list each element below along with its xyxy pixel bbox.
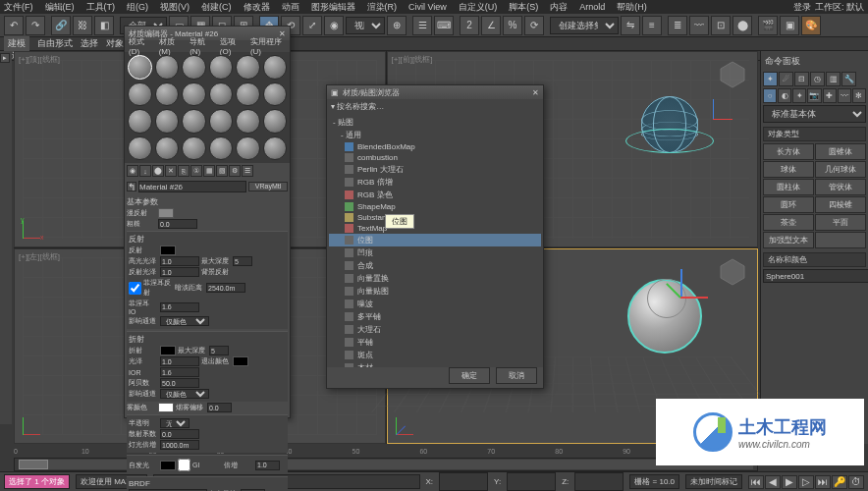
mat-tool-copy[interactable]: ⎘ — [178, 165, 190, 177]
snap-percent-button[interactable]: % — [503, 16, 522, 35]
mat-slot-6[interactable] — [263, 55, 288, 80]
time-thumb[interactable] — [19, 460, 48, 469]
hl-gloss-spinner[interactable] — [160, 256, 199, 266]
depth2-spinner[interactable] — [209, 346, 229, 355]
map-shapemap[interactable]: ShapeMap — [329, 201, 541, 212]
material-name-input[interactable] — [138, 181, 246, 192]
fresnel-ior-spinner[interactable] — [160, 302, 199, 312]
tree-group-maps[interactable]: - 贴图 — [329, 116, 541, 129]
ribbon-modeling[interactable]: 建模 — [4, 36, 29, 51]
prim-sphere[interactable]: 球体 — [763, 161, 814, 178]
undo-button[interactable]: ↶ — [4, 16, 24, 35]
mat-slot-8[interactable] — [155, 82, 180, 107]
menu-graph[interactable]: 图形编辑器 — [311, 1, 355, 14]
map-perlin[interactable]: Perlin 大理石 — [329, 163, 541, 176]
exit-swatch[interactable] — [233, 356, 248, 366]
mat-slot-3[interactable] — [182, 55, 206, 80]
key-mode-button[interactable]: 🔑 — [832, 475, 847, 489]
refract-swatch[interactable] — [160, 346, 176, 355]
subtab-helpers[interactable]: ✚ — [823, 88, 837, 103]
matmenu-opt[interactable]: 选项(O) — [220, 36, 243, 56]
matmenu-nav[interactable]: 导航(N) — [190, 36, 212, 56]
workspace-dropdown[interactable]: 工作区: 默认 — [815, 1, 864, 14]
browser-titlebar[interactable]: ▣ 材质/贴图浏览器 ✕ — [327, 85, 543, 99]
material-type-button[interactable]: VRayMtl — [248, 182, 288, 191]
browser-tree[interactable]: - 贴图 - 通用 BlendedBoxMap combustion Perli… — [327, 114, 543, 367]
map-combustion[interactable]: combustion — [329, 152, 541, 163]
gi-check[interactable] — [178, 459, 190, 471]
prim-textplus[interactable]: 加强型文本 — [763, 232, 814, 248]
curve-editor-button[interactable]: 〰 — [689, 16, 709, 35]
mat-slot-19[interactable] — [128, 136, 152, 161]
mirror-button[interactable]: ⇋ — [621, 16, 640, 35]
ref-coord-dropdown[interactable]: 视图 — [346, 17, 385, 34]
keyboard-button[interactable]: ⌨ — [434, 16, 454, 35]
affect-dropdown[interactable]: 仅颜色 — [160, 316, 209, 326]
prev-frame-button[interactable]: ◀ — [765, 475, 781, 489]
object-name-input[interactable] — [763, 269, 868, 283]
map-vectordisp[interactable]: 向量置换 — [329, 272, 541, 285]
map-rgbtint[interactable]: RGB 染色 — [329, 189, 541, 201]
map-blendedbox[interactable]: BlendedBoxMap — [329, 141, 541, 152]
login-label[interactable]: 登录 — [793, 1, 811, 14]
menu-modifiers[interactable]: 修改器 — [244, 1, 270, 14]
name-color-header[interactable]: 名称和颜色 — [763, 252, 866, 267]
subtab-geometry[interactable]: ○ — [763, 88, 777, 103]
prim-cylinder[interactable]: 圆柱体 — [763, 179, 814, 195]
prim-cone[interactable]: 圆锥体 — [815, 143, 866, 160]
mat-slot-2[interactable] — [155, 55, 180, 80]
mat-slot-1[interactable] — [128, 55, 152, 80]
matmenu-util[interactable]: 实用程序(U) — [250, 36, 286, 56]
mat-slot-16[interactable] — [209, 109, 234, 134]
time-config-button[interactable]: ⏱ — [848, 475, 864, 489]
refl-gloss-spinner[interactable] — [160, 267, 199, 277]
ior-spinner[interactable] — [160, 367, 199, 377]
subtab-shapes[interactable]: ◐ — [778, 88, 791, 103]
render-frame-button[interactable]: ▣ — [780, 16, 799, 35]
play-button[interactable]: ▶ — [782, 475, 797, 489]
goto-start-button[interactable]: ⏮ — [748, 475, 764, 489]
autokey-label[interactable]: 未加时间标记 — [685, 474, 742, 489]
menu-edit[interactable]: 编辑(E) — [45, 1, 75, 14]
browser-search-label[interactable]: 按名称搜索… — [337, 102, 384, 111]
scale-button[interactable]: ⤢ — [302, 16, 322, 35]
fog-mult-spinner[interactable] — [207, 403, 232, 412]
mat-tool-select[interactable]: ☰ — [242, 165, 253, 177]
mat-slot-14[interactable] — [155, 109, 180, 134]
menu-file[interactable]: 文件(F) — [4, 1, 33, 14]
menu-arnold[interactable]: Arnold — [579, 2, 605, 12]
menu-tools[interactable]: 工具(T) — [86, 1, 116, 14]
render-setup-button[interactable]: 🎬 — [758, 16, 778, 35]
layers-button[interactable]: ≣ — [668, 16, 687, 35]
param-basic-header[interactable]: 基本参数 — [127, 196, 288, 207]
diffuse-swatch[interactable] — [158, 208, 174, 218]
mat-slot-9[interactable] — [182, 82, 206, 107]
menu-create[interactable]: 创建(C) — [201, 1, 232, 14]
map-composite[interactable]: 合成 — [329, 259, 541, 272]
browser-close[interactable]: ✕ — [532, 88, 539, 97]
mat-slot-12[interactable] — [263, 82, 288, 107]
browser-ok-button[interactable]: 确定 — [449, 367, 490, 384]
ribbon-freeform[interactable]: 自由形式 — [37, 37, 73, 50]
mat-slot-11[interactable] — [236, 82, 260, 107]
subtab-lights[interactable]: ✦ — [792, 88, 806, 103]
goto-end-button[interactable]: ⏭ — [815, 475, 831, 489]
mat-slot-7[interactable] — [128, 82, 152, 107]
coord-x-input[interactable] — [439, 472, 488, 491]
mat-slot-4[interactable] — [209, 55, 234, 80]
mat-slot-13[interactable] — [128, 109, 152, 134]
map-dent[interactable]: 凹痕 — [329, 246, 541, 259]
use-pivot-button[interactable]: ⊕ — [387, 16, 407, 35]
mat-tool-put[interactable]: ↓ — [139, 165, 151, 177]
mat-slot-22[interactable] — [209, 136, 234, 161]
map-vectormap[interactable]: 向量贴图 — [329, 285, 541, 298]
mat-go-parent[interactable]: ↰ — [127, 182, 136, 191]
viewcube-persp[interactable] — [718, 257, 747, 287]
mat-tool-assign[interactable]: ⬤ — [152, 165, 164, 177]
mat-slot-24[interactable] — [263, 136, 288, 161]
gi-mult-spinner[interactable] — [255, 461, 280, 470]
dim-dist-spinner[interactable] — [206, 283, 245, 293]
prim-torus[interactable]: 圆环 — [763, 196, 814, 213]
menu-custom[interactable]: 自定义(U) — [459, 1, 498, 14]
coord-y-input[interactable] — [507, 472, 556, 491]
